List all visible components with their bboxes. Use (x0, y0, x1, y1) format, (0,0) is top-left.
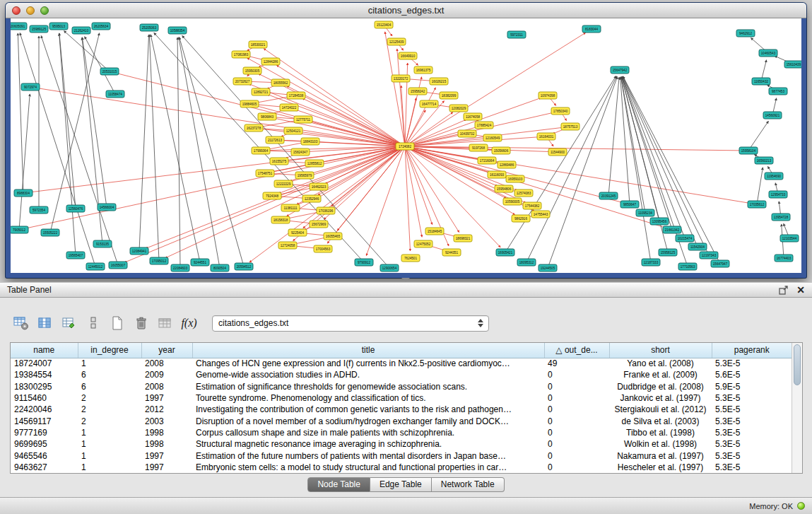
table-cell[interactable]: 1998 (141, 427, 192, 438)
graph-node[interactable]: 12775711 (294, 116, 312, 123)
table-cell[interactable]: 0 (544, 462, 609, 473)
graph-node[interactable]: 1724082 (396, 143, 414, 150)
graph-node[interactable]: 22084603 (171, 264, 189, 271)
graph-node[interactable]: 5972311 (507, 31, 526, 38)
column-header[interactable]: in_degree (78, 343, 141, 358)
table-cell[interactable]: 2 (78, 415, 141, 426)
graph-node[interactable]: 17544382 (523, 202, 541, 209)
graph-node[interactable]: 17216064 (478, 157, 496, 164)
table-cell[interactable]: 5.5E-5 (712, 404, 792, 415)
graph-node[interactable]: 12197343 (700, 252, 718, 259)
table-row[interactable]: 977716911998Corpus callosum shape and si… (11, 427, 792, 438)
graph-node[interactable]: 12869486 (498, 161, 516, 168)
graph-node[interactable]: 20391245 (599, 192, 618, 199)
create-table-icon[interactable] (107, 314, 126, 333)
table-cell[interactable]: 5.3E-5 (712, 392, 792, 404)
table-cell[interactable]: 2008 (141, 381, 192, 392)
graph-node[interactable]: 9197268 (469, 144, 488, 151)
graph-node[interactable]: 10974398 (539, 92, 557, 99)
graph-node[interactable]: 15184645 (425, 228, 444, 235)
table-cell[interactable]: 9465546 (11, 450, 78, 461)
graph-node[interactable]: 12844286 (261, 58, 280, 65)
graph-node[interactable]: 25205063 (140, 24, 158, 31)
table-cell[interactable]: Tourette syndrome. Phenomenology and cla… (192, 392, 544, 404)
graph-node[interactable]: 7624501 (401, 255, 420, 262)
graph-node[interactable]: 14724022 (280, 104, 298, 111)
table-select-dropdown[interactable]: citations_edges.txt (212, 315, 489, 332)
graph-node[interactable]: 15647947 (711, 260, 729, 267)
graph-node[interactable]: 18530021 (249, 41, 267, 48)
table-row[interactable]: 1938455462009Genome-wide association stu… (11, 369, 792, 380)
graph-node[interactable]: 9225404 (288, 229, 307, 236)
graph-node[interactable]: 16026215 (430, 78, 448, 85)
table-cell[interactable]: 1 (78, 450, 141, 461)
table-row[interactable]: 1872400712008Changes of HCN gene express… (11, 358, 792, 369)
graph-node[interactable]: 13954728 (772, 214, 790, 221)
table-cell[interactable]: 0 (544, 427, 609, 438)
table-cell[interactable]: Dudbridge et al. (2008) (609, 381, 712, 392)
network-canvas-svg[interactable]: 1724082185300211708198312844286159503052… (11, 18, 801, 273)
graph-node[interactable]: 12900654 (380, 264, 399, 271)
graph-node[interactable]: 15954806 (495, 185, 513, 192)
graph-node[interactable]: 19565979 (295, 172, 314, 179)
graph-node[interactable]: 12560476 (66, 205, 85, 212)
table-cell[interactable]: 0 (544, 404, 609, 415)
table-cell[interactable]: 5.3E-5 (712, 415, 792, 426)
network-canvas[interactable]: 1724082185300211708198312844286159503052… (11, 18, 801, 273)
graph-node[interactable]: 17004563 (314, 245, 332, 252)
graph-node[interactable]: 20594512 (235, 263, 253, 270)
table-row[interactable]: 946554611997Estimation of the future num… (11, 450, 792, 461)
tab-node-table[interactable]: Node Table (307, 477, 370, 492)
table-cell[interactable]: 5.9E-5 (712, 381, 792, 392)
graph-node[interactable]: 9244551 (191, 259, 209, 266)
table-cell[interactable]: de Silva et al. (2003) (609, 415, 712, 426)
graph-node[interactable]: 18757513 (561, 123, 579, 130)
graph-node[interactable]: 12103544 (780, 235, 799, 242)
memory-status-icon[interactable] (797, 502, 805, 510)
graph-node[interactable]: 5972354 (30, 206, 48, 214)
graph-node[interactable]: 16774403 (775, 255, 793, 262)
table-cell[interactable]: 14569117 (11, 415, 78, 426)
graph-node[interactable]: 20531015 (100, 68, 119, 75)
table-row[interactable]: 911546021997Tourette syndrome. Phenomeno… (11, 392, 792, 404)
table-cell[interactable]: 6 (78, 381, 141, 392)
graph-node[interactable]: 26205634 (92, 23, 110, 30)
table-cell[interactable]: 5.3E-5 (712, 462, 792, 473)
graph-node[interactable]: 10590005 (503, 198, 522, 205)
graph-node[interactable]: 12082029 (449, 105, 468, 112)
graph-node[interactable]: 11095234 (636, 209, 654, 216)
table-cell[interactable]: 0 (544, 369, 609, 380)
graph-node[interactable]: 18698321 (454, 235, 472, 242)
graph-node[interactable]: 12855812 (305, 160, 324, 167)
table-cell[interactable]: Nakamura et al. (1997) (609, 450, 712, 461)
graph-node[interactable]: 14560921 (763, 112, 782, 119)
table-cell[interactable]: 5.3E-5 (712, 438, 792, 450)
edit-table-icon[interactable] (59, 314, 78, 333)
table-cell[interactable]: 49 (544, 358, 609, 369)
table-row[interactable]: 1830029562008Estimation of significance … (11, 381, 792, 392)
delete-table-icon[interactable] (131, 314, 151, 333)
graph-node[interactable]: 16959103 (506, 175, 524, 182)
graph-node[interactable]: 11381111 (281, 204, 300, 211)
table-cell[interactable]: 9463627 (11, 462, 78, 473)
table-cell[interactable]: 2008 (141, 358, 192, 369)
table-cell[interactable]: Estimation of significance thresholds fo… (192, 381, 544, 392)
graph-node[interactable]: 20605091 (11, 23, 27, 30)
graph-node[interactable]: 17081983 (232, 51, 250, 58)
table-cell[interactable]: Corpus callosum shape and size in male p… (192, 427, 544, 438)
table-cell[interactable]: Estimation of the future numbers of pati… (192, 450, 544, 461)
table-settings-icon[interactable] (11, 314, 30, 333)
table-cell[interactable]: Jankovic et al. (1997) (609, 392, 712, 404)
graph-node[interactable]: 13095456 (650, 218, 669, 225)
graph-node[interactable]: 16155275 (270, 158, 288, 165)
table-cell[interactable]: Structural magnetic resonance image aver… (192, 438, 544, 450)
table-cell[interactable]: 18724007 (11, 358, 78, 369)
graph-node[interactable]: 17999364 (252, 147, 270, 154)
table-cell[interactable]: Investigating the contribution of common… (192, 404, 544, 415)
close-panel-icon[interactable]: ✕ (796, 286, 805, 295)
graph-node[interactable]: 15123404 (375, 21, 393, 28)
graph-node[interactable]: 11058474 (106, 90, 124, 98)
function-builder-button[interactable]: f(x) (180, 314, 199, 333)
graph-node[interactable]: 11650432 (752, 78, 770, 85)
table-row[interactable]: 2242004622012Investigating the contribut… (11, 404, 792, 415)
